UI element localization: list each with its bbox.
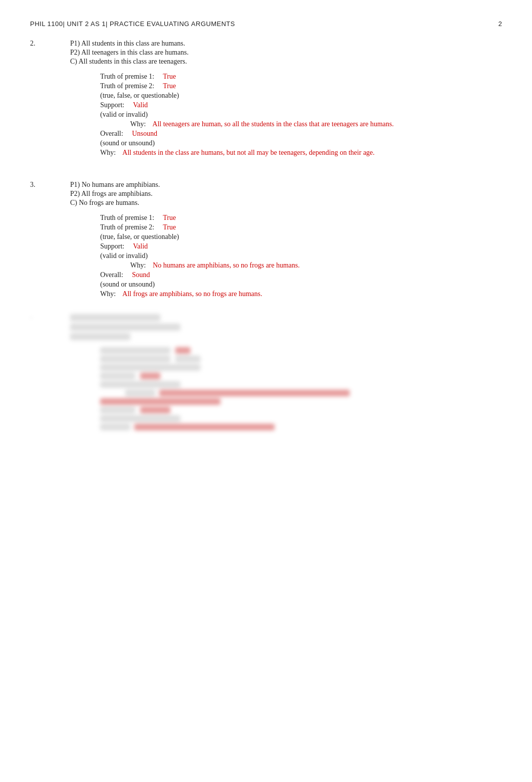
- truth-premise2-row: Truth of premise 2: True: [100, 82, 502, 90]
- truth-premise1-row: Truth of premise 1: True: [100, 73, 502, 81]
- overall-row-2: Overall: Unsound: [100, 130, 502, 138]
- question-3-c: C) No frogs are humans.: [70, 199, 502, 207]
- support-note-3: (valid or invalid): [100, 252, 502, 260]
- question-3-p2: P2) All frogs are amphibians.: [70, 190, 502, 198]
- why-value-3: No humans are amphibians, so no frogs ar…: [153, 262, 300, 269]
- question-2-number: 2.: [30, 40, 60, 48]
- question-2-evaluation: Truth of premise 1: True Truth of premis…: [100, 73, 502, 157]
- why-row-2: Why: All teenagers are human, so all the…: [130, 120, 502, 128]
- question-2-p2: P2) All teenagers in this class are huma…: [70, 49, 502, 57]
- overall-why-3: Why: All frogs are amphibians, so no fro…: [100, 290, 502, 298]
- support-value-3: Valid: [133, 242, 148, 250]
- truth-note: (true, false, or questionable): [100, 92, 502, 100]
- overall-note-3: (sound or unsound): [100, 281, 502, 289]
- support-row: Support: Valid: [100, 101, 502, 109]
- question-2: 2. P1) All students in this class are hu…: [30, 40, 502, 157]
- blurred-question-4: ·: [30, 314, 502, 432]
- page-header: PHIL 1100| UNIT 2 AS 1| PRACTICE EVALUAT…: [30, 20, 502, 28]
- question-2-c: C) All students in this class are teenag…: [70, 58, 502, 66]
- truth-note-3: (true, false, or questionable): [100, 233, 502, 241]
- header-title: PHIL 1100| UNIT 2 AS 1| PRACTICE EVALUAT…: [30, 20, 235, 28]
- question-3: 3. P1) No humans are amphibians. P2) All…: [30, 181, 502, 298]
- why-value-2: All teenagers are human, so all the stud…: [152, 120, 394, 128]
- overall-value-2: Unsound: [132, 130, 157, 137]
- question-3-content: P1) No humans are amphibians. P2) All fr…: [70, 181, 502, 298]
- truth-premise1-value: True: [163, 73, 176, 80]
- overall-why-value-3: All frogs are amphibians, so no frogs ar…: [122, 290, 262, 298]
- question-2-content: P1) All students in this class are human…: [70, 40, 502, 157]
- why-row-3: Why: No humans are amphibians, so no fro…: [130, 262, 502, 270]
- question-2-p1: P1) All students in this class are human…: [70, 40, 502, 48]
- page-number: 2: [498, 20, 502, 28]
- support-value: Valid: [133, 101, 148, 109]
- truth-premise2-value-3: True: [163, 223, 176, 231]
- overall-value-3: Sound: [132, 271, 150, 279]
- support-row-3: Support: Valid: [100, 242, 502, 250]
- truth-premise1-value-3: True: [163, 214, 176, 221]
- truth-premise2-value: True: [163, 82, 176, 90]
- overall-note-2: (sound or unsound): [100, 139, 502, 147]
- truth-premise2-row-3: Truth of premise 2: True: [100, 223, 502, 231]
- truth-premise1-row-3: Truth of premise 1: True: [100, 214, 502, 222]
- question-3-number: 3.: [30, 181, 60, 189]
- overall-row-3: Overall: Sound: [100, 271, 502, 279]
- question-3-p1: P1) No humans are amphibians.: [70, 181, 502, 189]
- overall-why-2: Why: All students in the class are human…: [100, 149, 502, 157]
- support-note: (valid or invalid): [100, 111, 502, 119]
- overall-why-value-2: All students in the class are humans, bu…: [122, 149, 374, 156]
- question-3-evaluation: Truth of premise 1: True Truth of premis…: [100, 214, 502, 298]
